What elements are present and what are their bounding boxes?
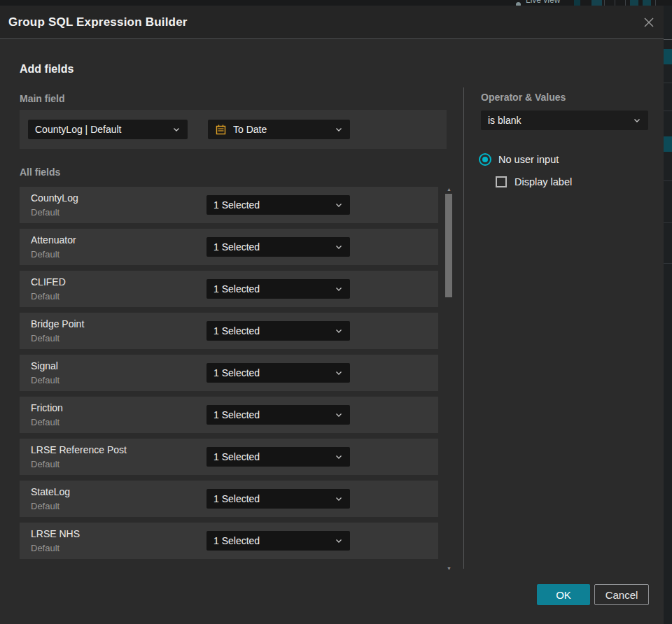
calendar-icon: [215, 124, 227, 136]
field-selected-dropdown[interactable]: 1 Selected: [206, 447, 350, 467]
field-selected-value: 1 Selected: [214, 451, 329, 462]
sliver-teal-block: [664, 49, 672, 64]
no-user-input-radio[interactable]: No user input: [479, 153, 559, 166]
field-layer-sub-label: Default: [31, 207, 59, 218]
sliver-separator: [664, 222, 672, 223]
display-label-label: Display label: [514, 176, 572, 187]
chevron-down-icon: [335, 453, 343, 461]
field-selected-dropdown[interactable]: 1 Selected: [206, 531, 350, 551]
chevron-down-icon: [335, 537, 343, 545]
close-icon: [642, 15, 656, 29]
operator-values-label: Operator & Values: [481, 92, 566, 103]
field-name: LRSE Reference Post: [31, 444, 127, 455]
toolbar-separator: [604, 0, 605, 6]
field-layer-sub-label: Default: [31, 459, 59, 469]
field-selected-value: 1 Selected: [214, 535, 329, 546]
sliver-separator: [664, 180, 672, 181]
field-name: Attenuator: [31, 234, 76, 246]
chevron-down-icon: [335, 125, 343, 134]
checkbox-unchecked-icon: [496, 176, 507, 187]
dialog-titlebar: Group SQL Expression Builder: [0, 6, 664, 39]
field-layer-sub-label: Default: [31, 543, 59, 553]
all-fields-list: CountyLog Default 1 Selected Attenuator …: [20, 187, 438, 559]
field-name: CountyLog: [31, 192, 78, 204]
main-field-box: CountyLog | Default To Date: [20, 110, 447, 149]
field-selected-dropdown[interactable]: 1 Selected: [206, 237, 350, 257]
scrollbar-down-icon[interactable]: ▼: [444, 565, 454, 572]
field-selected-dropdown[interactable]: 1 Selected: [206, 489, 350, 509]
sliver-teal-block: [664, 136, 672, 152]
toolbar-chip: [630, 0, 638, 6]
field-row: StateLog Default 1 Selected: [20, 481, 438, 517]
chevron-down-icon: [335, 411, 343, 419]
field-row: LRSE NHS Default 1 Selected: [20, 523, 438, 559]
field-selected-value: 1 Selected: [214, 241, 329, 253]
field-layer-sub-label: Default: [31, 333, 59, 343]
toolbar-chip: [592, 0, 602, 6]
field-name: Friction: [31, 402, 63, 413]
field-name: LRSE NHS: [31, 528, 80, 539]
chevron-down-icon: [335, 327, 343, 335]
operator-dropdown-value: is blank: [488, 115, 627, 126]
field-selected-dropdown[interactable]: 1 Selected: [206, 363, 350, 383]
scrollbar-up-icon[interactable]: ▲: [444, 185, 454, 192]
sliver-separator: [664, 263, 672, 264]
ok-button[interactable]: OK: [537, 584, 590, 605]
display-label-checkbox[interactable]: Display label: [496, 176, 572, 187]
field-name: StateLog: [31, 486, 70, 497]
field-selected-dropdown[interactable]: 1 Selected: [206, 321, 350, 341]
main-field-dropdown[interactable]: To Date: [208, 120, 350, 139]
all-fields-label: All fields: [20, 166, 60, 178]
no-user-input-label: No user input: [498, 154, 559, 165]
operator-dropdown[interactable]: is blank: [481, 111, 648, 130]
main-layer-dropdown-value: CountyLog | Default: [35, 124, 167, 135]
field-layer-sub-label: Default: [31, 417, 59, 427]
field-selected-value: 1 Selected: [214, 367, 329, 378]
field-selected-value: 1 Selected: [214, 409, 329, 420]
field-selected-dropdown[interactable]: 1 Selected: [206, 195, 350, 215]
main-layer-dropdown[interactable]: CountyLog | Default: [28, 120, 188, 139]
field-row: Attenuator Default 1 Selected: [20, 229, 438, 265]
field-selected-dropdown[interactable]: 1 Selected: [206, 279, 350, 299]
sliver-separator: [664, 83, 672, 83]
toolbar-chip: [574, 0, 580, 6]
field-selected-dropdown[interactable]: 1 Selected: [206, 405, 350, 425]
toolbar-separator: [655, 0, 656, 6]
field-row: Friction Default 1 Selected: [20, 397, 438, 433]
field-row: CLIFED Default 1 Selected: [20, 271, 438, 307]
background-app-toolbar: Live view: [0, 0, 672, 6]
sliver-separator: [664, 111, 672, 111]
chevron-down-icon: [335, 369, 343, 377]
chevron-down-icon: [172, 125, 181, 134]
field-row: Bridge Point Default 1 Selected: [20, 313, 438, 349]
group-sql-expression-builder-dialog: Group SQL Expression Builder Add fields …: [0, 6, 664, 624]
cancel-button[interactable]: Cancel: [594, 584, 649, 605]
sliver-line: [664, 39, 672, 40]
chevron-down-icon: [335, 495, 343, 503]
toolbar-separator: [625, 0, 626, 6]
field-selected-value: 1 Selected: [214, 325, 329, 336]
live-view-label: Live view: [526, 0, 560, 5]
field-layer-sub-label: Default: [31, 291, 59, 302]
field-layer-sub-label: Default: [31, 501, 59, 511]
field-row: Signal Default 1 Selected: [20, 355, 438, 391]
field-selected-value: 1 Selected: [214, 493, 329, 504]
scrollbar-thumb[interactable]: [445, 194, 452, 297]
chevron-down-icon: [335, 285, 343, 293]
fields-scrollbar[interactable]: ▲ ▼: [444, 185, 454, 572]
chevron-down-icon: [335, 201, 343, 209]
chevron-down-icon: [335, 243, 343, 251]
chevron-down-icon: [633, 116, 641, 125]
add-fields-heading: Add fields: [20, 63, 74, 76]
main-field-dropdown-value: To Date: [233, 124, 329, 135]
close-button[interactable]: [640, 13, 658, 31]
field-row: LRSE Reference Post Default 1 Selected: [20, 439, 438, 475]
field-selected-value: 1 Selected: [214, 283, 329, 295]
background-app-sliver: [664, 6, 672, 624]
field-name: CLIFED: [31, 276, 66, 288]
toolbar-separator: [615, 0, 615, 6]
field-layer-sub-label: Default: [31, 375, 59, 385]
toolbar-chip: [643, 0, 651, 6]
field-layer-sub-label: Default: [31, 249, 59, 260]
field-row: CountyLog Default 1 Selected: [20, 187, 438, 223]
